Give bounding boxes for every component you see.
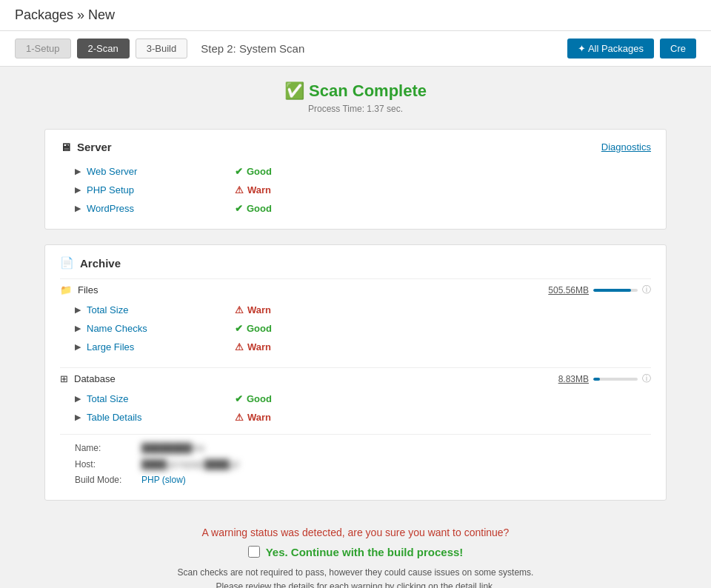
warning-text: A warning status was detected, are you s… [56, 527, 655, 538]
archive-card: 📄 Archive 📁 Files 505.56MB ⓘ [44, 244, 667, 501]
list-item: ▶ WordPress ✔ Good [60, 199, 651, 218]
server-icon: 🖥 [60, 141, 71, 153]
diagnostics-link[interactable]: Diagnostics [601, 141, 651, 153]
files-info-icon[interactable]: ⓘ [642, 284, 651, 296]
arrow-icon: ▶ [75, 412, 81, 422]
main-content: Scan Complete Process Time: 1.37 sec. 🖥 … [22, 67, 689, 588]
archive-icon: 📄 [60, 256, 74, 270]
create-button[interactable]: Cre [660, 39, 696, 59]
header-bar: 1-Setup 2-Scan 3-Build Step 2: System Sc… [0, 31, 711, 67]
breadcrumb: Packages » New [0, 0, 711, 31]
files-size-bar [593, 289, 638, 292]
arrow-icon: ▶ [75, 342, 81, 352]
check-icon: ✔ [235, 203, 243, 214]
server-card: 🖥 Server Diagnostics ▶ Web Server ✔ Good… [44, 129, 667, 230]
scan-complete-header: Scan Complete Process Time: 1.37 sec. [44, 81, 667, 114]
total-size-files-status: ⚠ Warn [235, 304, 271, 315]
scan-note: Scan checks are not required to pass, ho… [56, 566, 655, 588]
header-right: ✦ All Packages Cre [567, 39, 696, 59]
db-build-mode-link[interactable]: PHP (slow) [141, 472, 186, 489]
list-item: ▶ Total Size ⚠ Warn [60, 301, 651, 319]
db-build-mode-row: Build Mode: PHP (slow) [75, 472, 651, 489]
name-checks-link[interactable]: Name Checks [87, 323, 220, 334]
list-item: ▶ Name Checks ✔ Good [60, 319, 651, 338]
total-size-db-status: ✔ Good [235, 393, 272, 404]
list-item: ▶ Large Files ⚠ Warn [60, 338, 651, 356]
step2-button[interactable]: 2-Scan [77, 39, 130, 59]
warn-icon: ⚠ [235, 304, 244, 315]
database-size-container: 8.83MB ⓘ [558, 372, 651, 385]
check-icon: ✔ [235, 323, 243, 334]
files-header: 📁 Files 505.56MB ⓘ [60, 278, 651, 301]
arrow-icon: ▶ [75, 324, 81, 333]
large-files-status: ⚠ Warn [235, 341, 271, 353]
database-size-bar [593, 378, 638, 381]
arrow-icon: ▶ [75, 167, 81, 176]
files-size-bar-fill [593, 289, 631, 292]
web-server-status: ✔ Good [235, 166, 272, 177]
large-files-link[interactable]: Large Files [87, 341, 220, 353]
list-item: ▶ Total Size ✔ Good [60, 390, 651, 408]
server-card-title: 🖥 Server [60, 141, 112, 153]
step-label: Step 2: System Scan [201, 42, 304, 55]
arrow-icon: ▶ [75, 305, 81, 315]
list-item: ▶ PHP Setup ⚠ Warn [60, 181, 651, 199]
check-icon: ✔ [235, 393, 243, 404]
web-server-link[interactable]: Web Server [87, 166, 220, 177]
db-host-value: ████.pl.mysql.████.pl [141, 457, 238, 473]
arrow-icon: ▶ [75, 394, 81, 404]
warn-icon: ⚠ [235, 341, 244, 353]
db-name-row: Name: ████████ma [75, 441, 651, 457]
scan-complete-title: Scan Complete [44, 81, 667, 101]
list-item: ▶ Web Server ✔ Good [60, 162, 651, 181]
database-info-icon[interactable]: ⓘ [642, 372, 651, 385]
arrow-icon: ▶ [75, 204, 81, 213]
check-circle-icon [284, 81, 304, 100]
php-setup-link[interactable]: PHP Setup [87, 184, 220, 196]
php-setup-status: ⚠ Warn [235, 184, 271, 196]
files-title: 📁 Files [60, 284, 98, 295]
arrow-icon: ▶ [75, 185, 81, 195]
db-host-label: Host: [75, 457, 134, 473]
continue-label[interactable]: Yes. Continue with the build process! [56, 546, 655, 558]
db-host-row: Host: ████.pl.mysql.████.pl [75, 457, 651, 473]
db-build-mode-label: Build Mode: [75, 472, 134, 489]
server-card-header: 🖥 Server Diagnostics [60, 141, 651, 153]
total-size-db-link[interactable]: Total Size [87, 393, 220, 404]
step1-button[interactable]: 1-Setup [15, 39, 71, 59]
table-details-link[interactable]: Table Details [87, 412, 220, 423]
files-icon: 📁 [60, 284, 72, 295]
database-size-badge[interactable]: 8.83MB [558, 374, 589, 384]
list-item: ▶ Table Details ⚠ Warn [60, 408, 651, 427]
step3-button[interactable]: 3-Build [136, 39, 187, 59]
name-checks-status: ✔ Good [235, 323, 272, 334]
db-info: Name: ████████ma Host: ████.pl.mysql.███… [60, 434, 651, 489]
wordpress-link[interactable]: WordPress [87, 203, 220, 214]
archive-card-title: 📄 Archive [60, 256, 651, 270]
database-subsection: ⊞ Database 8.83MB ⓘ ▶ Total Size ✔ Good [60, 367, 651, 489]
warning-section: A warning status was detected, are you s… [44, 515, 667, 588]
warn-icon: ⚠ [235, 412, 244, 423]
db-name-value: ████████ma [141, 441, 204, 457]
all-packages-button[interactable]: ✦ All Packages [567, 39, 654, 59]
db-name-label: Name: [75, 441, 134, 457]
database-title: ⊞ Database [60, 373, 116, 384]
warn-icon: ⚠ [235, 184, 244, 196]
check-icon: ✔ [235, 166, 243, 177]
files-size-container: 505.56MB ⓘ [548, 284, 651, 296]
database-icon: ⊞ [60, 373, 68, 384]
process-time: Process Time: 1.37 sec. [44, 104, 667, 114]
files-subsection: 📁 Files 505.56MB ⓘ ▶ Total Size ⚠ Warn [60, 278, 651, 356]
table-details-status: ⚠ Warn [235, 412, 271, 423]
files-size-badge[interactable]: 505.56MB [548, 285, 589, 295]
database-size-bar-fill [593, 378, 600, 381]
database-header: ⊞ Database 8.83MB ⓘ [60, 367, 651, 390]
continue-checkbox[interactable] [248, 546, 260, 558]
wordpress-status: ✔ Good [235, 203, 272, 214]
total-size-files-link[interactable]: Total Size [87, 304, 220, 315]
server-items: ▶ Web Server ✔ Good ▶ PHP Setup ⚠ Warn ▶… [60, 162, 651, 218]
